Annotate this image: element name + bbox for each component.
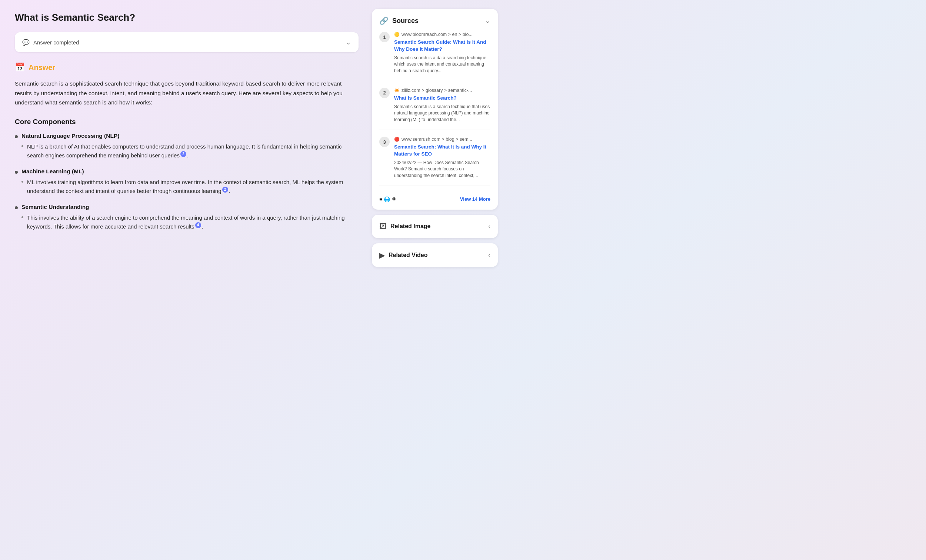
bullet-item-content: Semantic Understanding This involves the… xyxy=(21,204,359,233)
source-desc-3: 2024/02/22 — How Does Semantic Search Wo… xyxy=(394,160,490,179)
source-domain-3: 🔴 www.semrush.com > blog > sem... xyxy=(394,137,490,142)
related-video-collapse-button[interactable]: ‹ xyxy=(488,251,490,259)
related-image-title: Related Image xyxy=(390,223,430,230)
main-content: What is Semantic Search? 💬 Answer comple… xyxy=(9,9,365,551)
sources-card-header: 🔗 Sources ⌄ xyxy=(379,16,490,25)
answer-status-left: 💬 Answer completed xyxy=(22,39,79,46)
related-image-collapse-button[interactable]: ‹ xyxy=(488,222,490,230)
related-video-card: ▶ Related Video ‹ xyxy=(372,243,498,267)
answer-icon: 📅 xyxy=(15,63,25,72)
source-desc-1: Semantic search is a data searching tech… xyxy=(394,55,490,74)
bullet-dot xyxy=(15,135,18,138)
bullet-item-content: Natural Language Processing (NLP) NLP is… xyxy=(21,133,359,162)
answer-status-bar: 💬 Answer completed ⌄ xyxy=(15,32,359,52)
answer-section-header: 📅 Answer xyxy=(15,63,359,72)
nlp-title: Natural Language Processing (NLP) xyxy=(21,133,359,139)
view-more-row: ≡ 🌐 👁 View 14 More xyxy=(379,192,490,202)
related-video-title: Related Video xyxy=(389,252,428,259)
related-video-left: ▶ Related Video xyxy=(379,251,428,260)
eye-icon: 👁 xyxy=(392,196,397,202)
citation-2: 2 xyxy=(180,151,186,157)
source-number-3: 3 xyxy=(379,137,390,147)
nlp-sub-text: NLP is a branch of AI that enables compu… xyxy=(27,142,359,160)
sources-title: Sources xyxy=(392,17,419,25)
source-title-2[interactable]: What Is Semantic Search? xyxy=(394,95,490,102)
globe-icon: 🌐 xyxy=(384,196,390,202)
ml-sub-list: ML involves training algorithms to learn… xyxy=(21,178,359,195)
sources-collapse-button[interactable]: ⌄ xyxy=(485,17,490,25)
answer-status-collapse-button[interactable]: ⌄ xyxy=(346,38,351,46)
citation-4: 4 xyxy=(195,222,201,228)
source-content-1: 🟡 www.bloomreach.com > en > blo... Seman… xyxy=(394,32,490,74)
source-item-3: 3 🔴 www.semrush.com > blog > sem... Sema… xyxy=(379,137,490,186)
source-content-2: ✴️ zilliz.com > glossary > semantic-... … xyxy=(394,88,490,123)
ml-title: Machine Learning (ML) xyxy=(21,168,359,175)
semantic-sub-list: This involves the ability of a search en… xyxy=(21,213,359,231)
sources-card: 🔗 Sources ⌄ 1 🟡 www.bloomreach.com > en … xyxy=(372,9,498,210)
bloomreach-favicon: 🟡 xyxy=(394,32,399,37)
source-content-3: 🔴 www.semrush.com > blog > sem... Semant… xyxy=(394,137,490,179)
source-desc-2: Semantic search is a search technique th… xyxy=(394,104,490,123)
source-number-2: 2 xyxy=(379,88,390,98)
view-more-icons: ≡ 🌐 👁 xyxy=(379,196,397,202)
source-item-1: 1 🟡 www.bloomreach.com > en > blo... Sem… xyxy=(379,32,490,81)
sources-title-group: 🔗 Sources xyxy=(379,16,419,25)
semantic-title: Semantic Understanding xyxy=(21,204,359,210)
list-icon: ≡ xyxy=(379,196,382,202)
list-item: Natural Language Processing (NLP) NLP is… xyxy=(15,133,359,162)
nlp-sub-list: NLP is a branch of AI that enables compu… xyxy=(21,142,359,160)
list-item: NLP is a branch of AI that enables compu… xyxy=(21,142,359,160)
list-item: ML involves training algorithms to learn… xyxy=(21,178,359,195)
answer-status-text: Answer completed xyxy=(33,39,79,45)
answer-status-icon: 💬 xyxy=(22,39,30,46)
source-domain-2: ✴️ zilliz.com > glossary > semantic-... xyxy=(394,88,490,93)
sub-bullet-dot xyxy=(21,145,23,147)
ml-sub-text: ML involves training algorithms to learn… xyxy=(27,178,359,195)
list-item: Machine Learning (ML) ML involves traini… xyxy=(15,168,359,198)
semrush-favicon: 🔴 xyxy=(394,137,399,142)
answer-label: Answer xyxy=(29,64,55,72)
sub-bullet-dot xyxy=(21,216,23,218)
bullet-dot xyxy=(15,171,18,174)
source-item-2: 2 ✴️ zilliz.com > glossary > semantic-..… xyxy=(379,88,490,130)
related-video-icon: ▶ xyxy=(379,251,385,260)
list-item: This involves the ability of a search en… xyxy=(21,213,359,231)
zilliz-favicon: ✴️ xyxy=(394,88,399,93)
bullet-dot xyxy=(15,206,18,209)
answer-intro: Semantic search is a sophisticated searc… xyxy=(15,79,359,107)
core-components-list: Natural Language Processing (NLP) NLP is… xyxy=(15,133,359,233)
list-item: Semantic Understanding This involves the… xyxy=(15,204,359,233)
bullet-item-content: Machine Learning (ML) ML involves traini… xyxy=(21,168,359,198)
semantic-sub-text: This involves the ability of a search en… xyxy=(27,213,359,231)
sub-bullet-dot xyxy=(21,181,23,183)
related-image-left: 🖼 Related Image xyxy=(379,222,430,231)
related-image-card: 🖼 Related Image ‹ xyxy=(372,215,498,238)
source-number-1: 1 xyxy=(379,32,390,42)
related-image-icon: 🖼 xyxy=(379,222,387,231)
source-title-1[interactable]: Semantic Search Guide: What Is It And Wh… xyxy=(394,39,490,53)
view-more-link[interactable]: View 14 More xyxy=(460,196,490,202)
source-title-3[interactable]: Semantic Search: What It Is and Why It M… xyxy=(394,144,490,158)
core-components-title: Core Components xyxy=(15,118,359,126)
citation-2b: 2 xyxy=(222,187,228,192)
source-domain-1: 🟡 www.bloomreach.com > en > blo... xyxy=(394,32,490,37)
sidebar: 🔗 Sources ⌄ 1 🟡 www.bloomreach.com > en … xyxy=(372,9,498,551)
sources-link-icon: 🔗 xyxy=(379,16,389,25)
page-title: What is Semantic Search? xyxy=(15,12,359,23)
